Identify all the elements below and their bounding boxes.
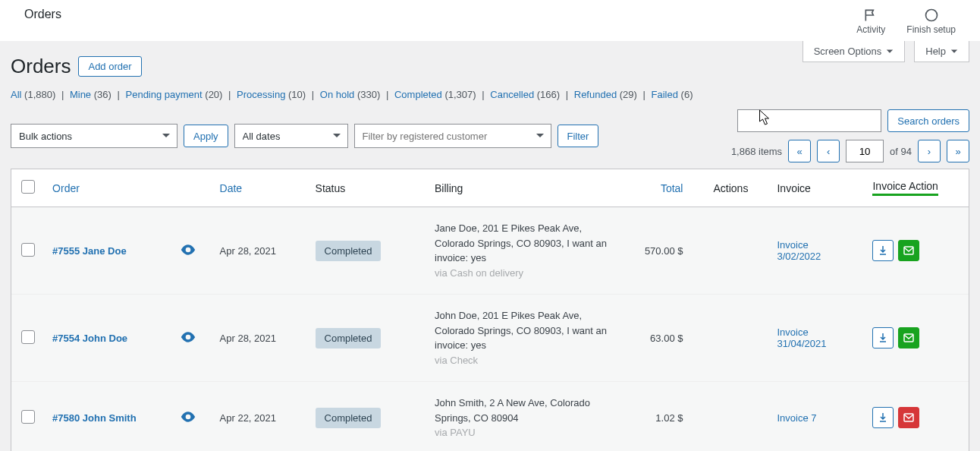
table-row[interactable]: #7580 John Smith Apr 22, 2021 Completed …	[11, 382, 969, 452]
top-title: Orders	[24, 8, 61, 21]
send-invoice-button[interactable]	[898, 240, 919, 261]
row-checkbox[interactable]	[21, 410, 35, 424]
status-badge: Completed	[316, 408, 382, 428]
screen-meta-tabs: Screen Options Help	[803, 41, 969, 62]
preview-icon[interactable]	[180, 412, 196, 422]
filter-completed[interactable]: Completed	[394, 89, 442, 100]
activity-button[interactable]: Activity	[856, 8, 885, 35]
admin-top-bar: Orders Activity Finish setup	[0, 0, 980, 41]
status-badge: Completed	[316, 328, 382, 348]
filter-processing[interactable]: Processing	[237, 89, 285, 100]
download-invoice-button[interactable]	[872, 240, 894, 261]
flag-icon	[863, 8, 878, 23]
select-all-checkbox[interactable]	[21, 180, 35, 194]
invoice-link[interactable]: Invoice 7	[777, 412, 816, 424]
col-invoice: Invoice	[769, 169, 865, 207]
next-page-button[interactable]: ›	[918, 140, 941, 162]
svg-rect-1	[904, 247, 913, 254]
svg-rect-2	[904, 334, 913, 342]
order-link[interactable]: #7555 Jane Doe	[52, 245, 127, 257]
preview-icon[interactable]	[180, 332, 196, 342]
order-link[interactable]: #7554 John Doe	[52, 333, 127, 344]
filter-button[interactable]: Filter	[558, 125, 599, 147]
order-link[interactable]: #7580 John Smith	[52, 412, 137, 424]
page-title: Orders	[11, 55, 71, 78]
finish-setup-label: Finish setup	[906, 24, 956, 35]
invoice-cell: Invoice 7	[769, 382, 865, 452]
finish-setup-button[interactable]: Finish setup	[906, 8, 956, 35]
page-number-input[interactable]	[846, 140, 884, 162]
col-invoice-action: Invoice Action	[865, 169, 969, 207]
svg-point-0	[925, 10, 937, 21]
filter-refunded[interactable]: Refunded	[574, 89, 617, 100]
invoice-link[interactable]: Invoice31/04/2021	[777, 326, 826, 349]
last-page-button[interactable]: »	[947, 140, 969, 162]
billing-cell: Jane Doe, 201 E Pikes Peak Ave, Colorado…	[427, 207, 618, 295]
date-filter-select[interactable]: All dates	[234, 124, 348, 148]
col-actions: Actions	[705, 169, 769, 207]
screen-options-toggle[interactable]: Screen Options	[803, 41, 906, 62]
order-total: 1.02 $	[618, 382, 705, 452]
invoice-cell: Invoice31/04/2021	[769, 295, 865, 382]
circle-icon	[924, 8, 939, 23]
col-total[interactable]: Total	[661, 182, 683, 194]
billing-cell: John Doe, 201 E Pikes Peak Ave, Colorado…	[427, 295, 618, 382]
filter-cancelled[interactable]: Cancelled	[490, 89, 534, 100]
items-count: 1,868 items	[731, 146, 782, 157]
col-billing: Billing	[427, 169, 618, 207]
search-input[interactable]	[737, 109, 881, 132]
bulk-actions-select[interactable]: Bulk actions	[11, 124, 177, 148]
preview-icon[interactable]	[180, 244, 196, 255]
help-toggle[interactable]: Help	[914, 41, 969, 62]
order-date: Apr 28, 2021	[212, 207, 308, 295]
filter-mine[interactable]: Mine	[70, 89, 91, 100]
add-order-button[interactable]: Add order	[78, 56, 141, 77]
billing-cell: John Smith, 2 A New Ave, Colorado Spring…	[427, 382, 618, 452]
status-badge: Completed	[316, 241, 382, 261]
download-invoice-button[interactable]	[872, 327, 894, 348]
apply-bulk-button[interactable]: Apply	[184, 125, 228, 147]
main-content: Screen Options Help Orders Add order All…	[0, 41, 980, 451]
filter-onhold[interactable]: On hold	[320, 89, 355, 100]
col-status: Status	[308, 169, 427, 207]
table-row[interactable]: #7555 Jane Doe Apr 28, 2021 Completed Ja…	[11, 207, 969, 295]
chevron-down-icon	[950, 48, 958, 55]
svg-rect-3	[904, 414, 913, 421]
filter-failed[interactable]: Failed	[652, 89, 678, 100]
filter-all[interactable]: All	[11, 89, 21, 100]
status-filter-links: All (1,880) | Mine (36) | Pending paymen…	[11, 89, 969, 100]
top-right-actions: Activity Finish setup	[856, 8, 956, 35]
order-total: 570.00 $	[618, 207, 705, 295]
send-invoice-button[interactable]	[898, 327, 919, 348]
send-invoice-button[interactable]	[898, 407, 919, 428]
orders-table: Order Date Status Billing Total Actions …	[11, 169, 969, 451]
order-date: Apr 22, 2021	[212, 382, 308, 452]
filter-pending[interactable]: Pending payment	[126, 89, 203, 100]
chevron-down-icon	[886, 48, 894, 55]
col-order[interactable]: Order	[52, 182, 80, 194]
pagination: 1,868 items « ‹ of 94 › »	[731, 140, 969, 162]
page-of-text: of 94	[890, 146, 912, 157]
first-page-button[interactable]: «	[788, 140, 811, 162]
download-invoice-button[interactable]	[872, 407, 894, 428]
search-orders-button[interactable]: Search orders	[887, 109, 969, 132]
table-row[interactable]: #7554 John Doe Apr 28, 2021 Completed Jo…	[11, 295, 969, 382]
prev-page-button[interactable]: ‹	[817, 140, 840, 162]
row-checkbox[interactable]	[21, 243, 35, 257]
invoice-cell: Invoice3/02/2022	[769, 207, 865, 295]
row-checkbox[interactable]	[21, 330, 35, 344]
order-total: 63.00 $	[618, 295, 705, 382]
col-date[interactable]: Date	[220, 182, 243, 194]
invoice-link[interactable]: Invoice3/02/2022	[777, 239, 821, 262]
customer-filter-select[interactable]: Filter by registered customer	[354, 124, 551, 148]
activity-label: Activity	[856, 24, 885, 35]
order-date: Apr 28, 2021	[212, 295, 308, 382]
